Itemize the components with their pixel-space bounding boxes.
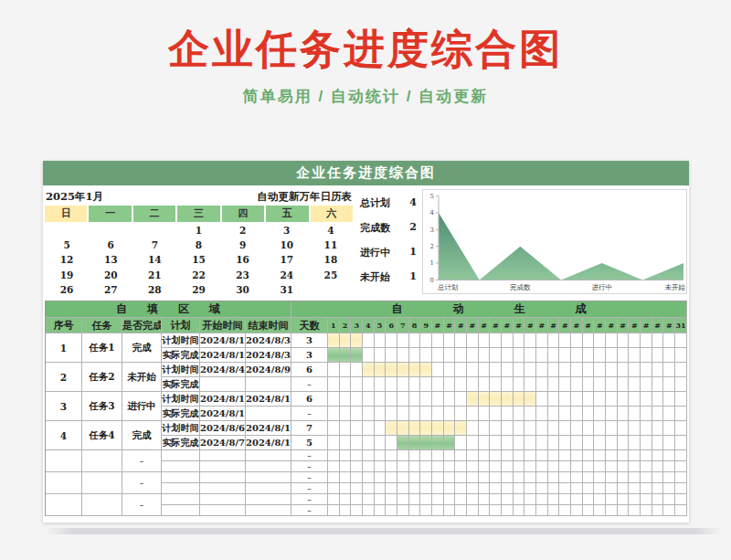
column-header-cell: 计划: [162, 318, 200, 333]
cell-no[interactable]: [46, 494, 82, 516]
cell-end-date[interactable]: [246, 407, 291, 421]
calendar-day-cell: 21: [132, 268, 176, 282]
cell-end-date[interactable]: [246, 461, 291, 472]
cell-start-date[interactable]: [200, 494, 246, 505]
gantt-bar-plan-cell: [420, 421, 432, 436]
gantt-cell: [479, 348, 491, 363]
cell-status[interactable]: –: [122, 494, 162, 516]
cell-task[interactable]: 任务1: [82, 333, 122, 363]
gantt-cell: [675, 392, 687, 407]
gantt-cell: [571, 461, 583, 472]
cell-plan-type[interactable]: 实际完成: [162, 436, 200, 450]
cell-no[interactable]: 2: [46, 363, 82, 392]
gantt-cell: [502, 450, 514, 461]
cell-plan-type[interactable]: [162, 494, 200, 505]
cell-start-date[interactable]: 2024/8/6: [200, 421, 246, 436]
gantt-cell: [502, 407, 514, 421]
cell-no[interactable]: [46, 472, 82, 494]
cell-plan-type[interactable]: 实际完成: [162, 377, 200, 392]
cell-end-date[interactable]: [246, 494, 291, 505]
gantt-cell: [467, 436, 479, 450]
cell-plan-type[interactable]: 计划时间: [162, 421, 200, 436]
cell-start-date[interactable]: 2024/8/1: [200, 348, 246, 363]
cell-no[interactable]: 4: [46, 421, 82, 450]
stat-row: 总计划4: [360, 196, 417, 210]
gantt-cell: [675, 377, 687, 392]
cell-status[interactable]: 进行中: [122, 392, 162, 421]
cell-plan-type[interactable]: 计划时间: [162, 392, 200, 407]
cell-start-date[interactable]: [200, 483, 246, 494]
calendar-day-cell: 10: [265, 238, 309, 252]
calendar-day-cell: 9: [221, 238, 265, 252]
cell-end-date[interactable]: 2024/8/12: [246, 421, 291, 436]
cell-task[interactable]: [82, 494, 122, 516]
day-header-cell: #: [536, 318, 548, 333]
cell-status[interactable]: 完成: [122, 421, 162, 450]
cell-start-date[interactable]: [200, 461, 246, 472]
cell-end-date[interactable]: 2024/8/3: [246, 348, 291, 363]
cell-end-date[interactable]: [246, 377, 291, 392]
cell-plan-type[interactable]: 计划时间: [162, 333, 200, 348]
cell-start-date[interactable]: 2024/8/7: [200, 436, 246, 450]
gantt-cell: [629, 407, 641, 421]
cell-task[interactable]: [82, 450, 122, 472]
cell-end-date[interactable]: 2024/8/18: [246, 392, 291, 407]
gantt-cell: [594, 392, 606, 407]
gantt-cell: [536, 472, 548, 483]
cell-end-date[interactable]: 2024/8/11: [246, 436, 291, 450]
gantt-cell: [514, 505, 525, 516]
cell-status[interactable]: –: [122, 472, 162, 494]
gantt-cell: [340, 392, 352, 407]
cell-days: –: [291, 450, 328, 461]
cell-start-date[interactable]: 2024/8/1: [200, 333, 246, 348]
cell-task[interactable]: 任务4: [82, 421, 122, 450]
cell-plan-type[interactable]: [162, 461, 200, 472]
gantt-cell: [571, 494, 583, 505]
stat-row: 进行中1: [360, 246, 417, 259]
stat-label: 完成数: [360, 221, 390, 235]
gantt-cell: [363, 483, 375, 494]
cell-start-date[interactable]: [200, 505, 246, 516]
gantt-cell: [571, 363, 583, 377]
cell-plan-type[interactable]: 实际完成: [162, 407, 200, 421]
gantt-cell: [420, 392, 432, 407]
cell-end-date[interactable]: [246, 450, 291, 461]
cell-status[interactable]: –: [122, 450, 162, 472]
gantt-cell: [524, 494, 536, 505]
gantt-cell: [514, 421, 525, 436]
gantt-cell: [420, 348, 432, 363]
cell-end-date[interactable]: [246, 472, 291, 483]
cell-plan-type[interactable]: [162, 505, 200, 516]
cell-start-date[interactable]: 2024/8/13: [200, 392, 246, 407]
cell-task[interactable]: [82, 472, 122, 494]
cell-start-date[interactable]: [200, 450, 246, 461]
cell-status[interactable]: 未开始: [122, 363, 162, 392]
gantt-cell: [386, 472, 397, 483]
cell-plan-type[interactable]: 实际完成: [162, 348, 200, 363]
cell-start-date[interactable]: 2024/8/12: [200, 407, 246, 421]
gantt-cell: [467, 377, 479, 392]
cell-end-date[interactable]: [246, 483, 291, 494]
cell-plan-type[interactable]: [162, 483, 200, 494]
cell-status[interactable]: 完成: [122, 333, 162, 363]
gantt-cell: [536, 494, 548, 505]
cell-no[interactable]: [46, 450, 82, 472]
gantt-cell: [536, 483, 548, 494]
calendar-day-cell: [132, 223, 176, 238]
cell-plan-type[interactable]: [162, 450, 200, 461]
cell-task[interactable]: 任务2: [82, 363, 122, 392]
cell-start-date[interactable]: [200, 472, 246, 483]
cell-end-date[interactable]: [246, 505, 291, 516]
cell-start-date[interactable]: 2024/8/4: [200, 363, 246, 377]
cell-plan-type[interactable]: [162, 472, 200, 483]
gantt-cell: [490, 363, 502, 377]
cell-end-date[interactable]: 2024/8/9: [246, 363, 291, 377]
gantt-cell: [524, 377, 536, 392]
cell-no[interactable]: 3: [46, 392, 82, 421]
cell-end-date[interactable]: 2024/8/3: [246, 333, 291, 348]
cell-task[interactable]: 任务3: [82, 392, 122, 421]
cell-no[interactable]: 1: [46, 333, 82, 363]
cell-start-date[interactable]: [200, 377, 246, 392]
cell-plan-type[interactable]: 计划时间: [162, 363, 200, 377]
calendar-day-cell: [89, 223, 132, 238]
